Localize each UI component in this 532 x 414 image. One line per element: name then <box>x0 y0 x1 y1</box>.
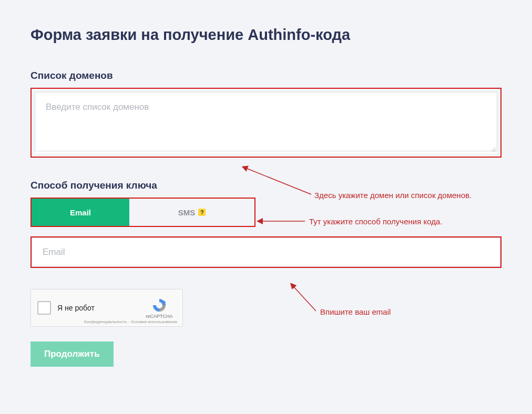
domains-highlight-box <box>30 88 502 158</box>
recaptcha-checkbox[interactable] <box>37 301 51 315</box>
recaptcha-logo-icon <box>151 297 167 313</box>
recaptcha-terms-link[interactable]: Условия использования <box>130 319 177 324</box>
page-title: Форма заявки на получение Authinfo-кода <box>30 26 502 44</box>
recaptcha-brand: reCAPTCHA <box>146 314 172 319</box>
annotation-email: Впишите ваш email <box>320 307 391 316</box>
submit-button[interactable]: Продолжить <box>30 341 114 367</box>
annotation-method: Тут укажите способ получения кода. <box>309 217 442 226</box>
domains-label: Список доменов <box>30 70 502 81</box>
domains-textarea[interactable] <box>35 92 497 151</box>
method-highlight-box: Email SMS ? <box>30 198 255 227</box>
tab-sms[interactable]: SMS ? <box>129 199 254 226</box>
recaptcha-widget: Я не робот reCAPTCHA Конфиденциальность … <box>30 289 183 327</box>
help-icon[interactable]: ? <box>198 209 206 216</box>
recaptcha-links: Конфиденциальность - Условия использован… <box>84 319 177 324</box>
tab-sms-label: SMS <box>178 208 196 217</box>
method-label: Способ получения ключа <box>30 180 502 191</box>
recaptcha-label: Я не робот <box>57 304 141 312</box>
email-field[interactable] <box>32 237 500 267</box>
email-highlight-box <box>30 236 502 268</box>
recaptcha-privacy-link[interactable]: Конфиденциальность <box>84 319 127 324</box>
tab-email[interactable]: Email <box>32 199 129 226</box>
annotation-domains: Здесь укажите домен или список доменов. <box>314 191 472 200</box>
